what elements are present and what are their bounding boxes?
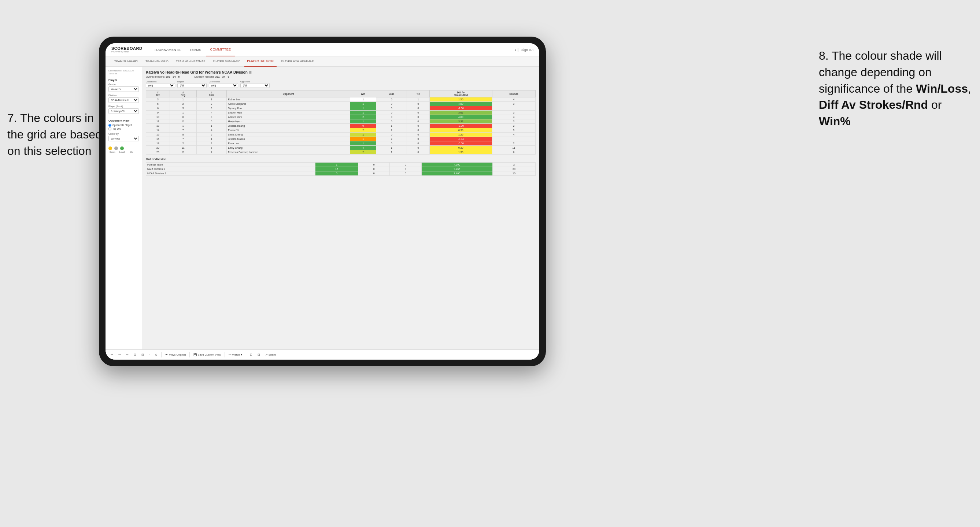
cell-diff: 1.50 bbox=[430, 97, 492, 102]
toolbar-view-original[interactable]: 👁 View: Original bbox=[164, 352, 187, 357]
col-header-opponent: Opponent bbox=[227, 90, 350, 97]
filter-conference-select[interactable]: (All) bbox=[209, 83, 238, 88]
cell-loss: 2 bbox=[376, 128, 407, 133]
filter-region-select[interactable]: (All) bbox=[177, 83, 207, 88]
table-row: 5 2 2 Alexis Sudjianto 1 0 0 4.00 3 bbox=[146, 102, 536, 106]
ood-cell-win: 1 bbox=[315, 163, 358, 167]
cell-div: 3 bbox=[146, 97, 170, 102]
colour-labels: Down Level Up bbox=[108, 151, 139, 153]
radio-opponents-played[interactable]: Opponents Played bbox=[108, 124, 139, 127]
cell-loss: 0 bbox=[376, 119, 407, 124]
toolbar-divider1 bbox=[161, 352, 162, 357]
sub-nav-player-h2h-heatmap[interactable]: PLAYER H2H HEATMAP bbox=[278, 56, 317, 67]
cell-reg: 2 bbox=[170, 141, 196, 146]
sub-nav-team-h2h-heatmap[interactable]: TEAM H2H HEATMAP bbox=[173, 56, 208, 67]
cell-tie: 0 bbox=[407, 150, 430, 154]
toolbar-redo[interactable]: ↪ bbox=[124, 352, 130, 357]
toolbar-btn3[interactable]: · bbox=[148, 352, 151, 357]
sub-nav-team-h2h-grid[interactable]: TEAM H2H GRID bbox=[143, 56, 172, 67]
filter-region-group: Region (All) bbox=[177, 81, 207, 88]
ood-cell-loss: 0 bbox=[358, 167, 390, 171]
cell-rounds bbox=[492, 137, 535, 141]
cell-rounds: 4 bbox=[492, 115, 535, 119]
col-header-conf: #Conf bbox=[196, 90, 226, 97]
nav-teams[interactable]: TEAMS bbox=[185, 43, 206, 56]
cell-diff: 4.00 bbox=[430, 115, 492, 119]
cell-div: 20 bbox=[146, 150, 170, 154]
cell-diff: -5.00 bbox=[430, 141, 492, 146]
toolbar-watch[interactable]: 👁 Watch ▾ bbox=[227, 352, 243, 357]
cell-diff: 0.30 bbox=[430, 146, 492, 150]
cell-opponent: Jessica Huang bbox=[227, 124, 350, 128]
cell-diff: 1.25 bbox=[430, 133, 492, 137]
sub-nav-team-summary[interactable]: TEAM SUMMARY bbox=[111, 56, 141, 67]
filter-opponent-select[interactable]: (All) bbox=[240, 83, 270, 88]
sidebar-division-select[interactable]: NCAA Division III bbox=[108, 97, 139, 103]
cell-opponent: Federica Domecq Lacroze bbox=[227, 150, 350, 154]
app-logo: SCOREBOARD Powered by clippi bbox=[111, 46, 142, 53]
tablet-screen: SCOREBOARD Powered by clippi TOURNAMENTS… bbox=[105, 43, 539, 360]
toolbar-share[interactable]: ↗ Share bbox=[264, 352, 277, 357]
ood-cell-rounds: 2 bbox=[492, 163, 535, 167]
cell-win: 1 bbox=[350, 97, 376, 102]
sidebar-gender-select[interactable]: Women's Men's bbox=[108, 86, 139, 92]
toolbar-btn-extra2[interactable]: ⊡ bbox=[256, 352, 262, 357]
colour-dots bbox=[108, 146, 139, 150]
cell-tie: 0 bbox=[407, 128, 430, 133]
cell-diff: 3.67 bbox=[430, 111, 492, 115]
radio-top100[interactable]: Top 100 bbox=[108, 127, 139, 130]
filter-conference-group: Conference (All) bbox=[209, 81, 238, 88]
cell-diff: 4.00 bbox=[430, 102, 492, 106]
cell-rounds: 3 bbox=[492, 102, 535, 106]
cell-rounds: 11 bbox=[492, 146, 535, 150]
nav-committee[interactable]: COMMITTEE bbox=[206, 43, 235, 56]
cell-conf: 5 bbox=[196, 133, 226, 137]
cell-div: 11 bbox=[146, 119, 170, 124]
content-area: Katelyn Vo Head-to-Head Grid for Women's… bbox=[142, 67, 539, 349]
main-content: Last Updated: 27/03/2024 16:55:38 Player… bbox=[105, 67, 539, 349]
sidebar-colour-by-select[interactable]: Win/loss Diff Av Strokes/Rnd Win% bbox=[108, 136, 139, 141]
bottom-toolbar: ↩ ↩ ↪ ⊡ ⊡ · ⊙ 👁 View: Original 💾 Save Cu… bbox=[105, 349, 539, 360]
radio-opponents-played-input[interactable] bbox=[108, 124, 111, 127]
app-navbar: SCOREBOARD Powered by clippi TOURNAMENTS… bbox=[105, 43, 539, 56]
sidebar-player-title: Player bbox=[108, 78, 139, 82]
cell-opponent: Heejo Hyun bbox=[227, 119, 350, 124]
toolbar-btn-extra1[interactable]: ⊡ bbox=[248, 352, 254, 357]
cell-win: 1 bbox=[350, 119, 376, 124]
toolbar-btn1[interactable]: ⊡ bbox=[132, 352, 138, 357]
radio-top100-input[interactable] bbox=[108, 127, 111, 130]
toolbar-undo2[interactable]: ↩ bbox=[117, 352, 123, 357]
col-header-rounds: Rounds bbox=[492, 90, 535, 97]
cell-win: 1 bbox=[350, 141, 376, 146]
nav-tournaments[interactable]: TOURNAMENTS bbox=[150, 43, 185, 56]
sub-nav-player-h2h-grid[interactable]: PLAYER H2H GRID bbox=[244, 56, 277, 67]
table-row: 11 11 5 Heejo Hyun 1 0 0 3.33 3 bbox=[146, 119, 536, 124]
cell-rounds: 3 bbox=[492, 119, 535, 124]
table-row: 18 2 2 Euna Lee 1 0 0 -5.00 2 bbox=[146, 141, 536, 146]
cell-opponent: Sydney Kuo bbox=[227, 106, 350, 111]
cell-rounds: 2 bbox=[492, 124, 535, 128]
cell-div: 6 bbox=[146, 106, 170, 111]
cell-tie: 0 bbox=[407, 119, 430, 124]
table-row: 13 1 1 Jessica Huang 0 1 0 -3.00 2 bbox=[146, 124, 536, 128]
sidebar-player-rank-select[interactable]: 8. Katelyn Vo bbox=[108, 108, 139, 114]
filter-opponents-select[interactable]: (All) bbox=[146, 83, 175, 88]
cell-tie: 0 bbox=[407, 133, 430, 137]
cell-opponent: Sharon Mun bbox=[227, 111, 350, 115]
toolbar-btn2[interactable]: ⊡ bbox=[140, 352, 145, 357]
toolbar-save-custom[interactable]: 💾 Save Custom View bbox=[192, 352, 222, 357]
sidebar-player-rank-label: Player (Rank) bbox=[108, 105, 139, 108]
grid-title-area: Katelyn Vo Head-to-Head Grid for Women's… bbox=[146, 70, 536, 78]
toolbar-undo[interactable]: ↩ bbox=[109, 352, 115, 357]
ood-cell-tie: 0 bbox=[390, 163, 421, 167]
sub-nav-player-summary[interactable]: PLAYER SUMMARY bbox=[210, 56, 243, 67]
cell-div: 14 bbox=[146, 128, 170, 133]
nav-items: TOURNAMENTS TEAMS COMMITTEE bbox=[150, 43, 515, 56]
cell-loss: 2 bbox=[376, 137, 407, 141]
cell-conf: 7 bbox=[196, 150, 226, 154]
sign-out-link[interactable]: Sign out bbox=[521, 48, 533, 52]
cell-reg: 1 bbox=[170, 111, 196, 115]
toolbar-refresh[interactable]: ⊙ bbox=[153, 352, 159, 357]
filter-conference-label: Conference bbox=[209, 81, 238, 83]
filter-opponent-group: Opponent (All) bbox=[240, 81, 270, 88]
